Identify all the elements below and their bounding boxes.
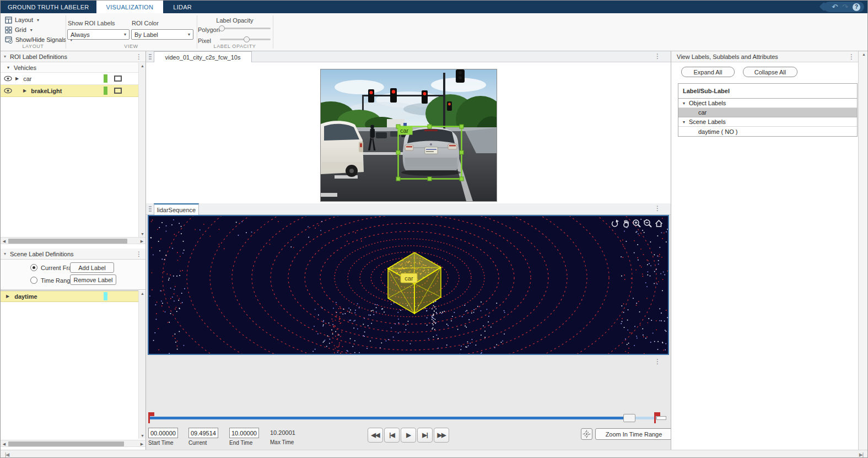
help-icon[interactable]: ?: [853, 3, 860, 11]
kebab-menu-icon[interactable]: ⋮: [654, 359, 661, 364]
show-roi-labels-dropdown[interactable]: Always▾: [67, 29, 130, 40]
pan-hand-icon[interactable]: [621, 219, 630, 228]
timeline-scrubber[interactable]: [148, 412, 665, 423]
zoom-range-icon-button[interactable]: [581, 428, 592, 440]
expanded-icon[interactable]: ▾: [683, 120, 685, 125]
expander-icon[interactable]: ▶: [6, 294, 9, 299]
roi-horizontal-scrollbar[interactable]: ◀ ▶: [1, 237, 145, 244]
roi-item-brakelight[interactable]: ▶ brakeLight: [1, 85, 138, 97]
next-frame-button[interactable]: ▶|: [417, 428, 433, 443]
scroll-thumb[interactable]: [8, 239, 127, 244]
right-vertical-scrollbar[interactable]: ▲: [858, 51, 868, 450]
end-time-input[interactable]: [229, 428, 259, 438]
scroll-down-icon[interactable]: ▼: [139, 434, 146, 438]
scroll-thumb[interactable]: [8, 441, 124, 446]
scroll-up-icon[interactable]: ▲: [860, 52, 867, 56]
scene-vertical-scrollbar[interactable]: ▲ ▼: [138, 290, 145, 439]
zoom-in-time-range-button[interactable]: Zoom In Time Range: [595, 428, 672, 440]
expander-icon[interactable]: ▶: [15, 76, 19, 81]
kebab-menu-icon[interactable]: ⋮: [136, 251, 142, 257]
time-range-radio[interactable]: Time Range: [30, 277, 74, 284]
show-hide-signals-button[interactable]: Show/Hide Signals▾: [5, 35, 72, 44]
collapse-icon[interactable]: ▾: [4, 54, 6, 59]
rewind-button[interactable]: ◀◀: [368, 428, 383, 443]
eye-icon[interactable]: [4, 88, 12, 94]
video-frame[interactable]: car: [320, 69, 497, 202]
show-roi-labels-label: Show ROI Labels: [68, 20, 115, 26]
add-label-button[interactable]: Add Label: [70, 262, 114, 273]
label-sublabel-table: Label/Sub-Label ▾ Object Labels car ▾ Sc…: [678, 83, 858, 137]
color-swatch[interactable]: [104, 292, 107, 300]
timeline-thumb[interactable]: [623, 414, 635, 422]
polygon-opacity-label: Polygon: [198, 26, 220, 33]
kebab-menu-icon[interactable]: ⋮: [136, 54, 142, 60]
grid-button[interactable]: Grid▾: [5, 25, 33, 34]
play-button[interactable]: ▶: [401, 428, 416, 443]
scroll-left-icon[interactable]: ◀: [1, 442, 8, 446]
scroll-up-icon[interactable]: ▲: [139, 292, 146, 295]
start-flag-marker[interactable]: [148, 412, 150, 423]
collapse-all-button[interactable]: Collapse All: [743, 67, 797, 77]
collapse-icon[interactable]: ▾: [4, 251, 6, 256]
table-row-car[interactable]: car: [678, 108, 857, 117]
chevron-down-icon: ▾: [37, 18, 39, 23]
kebab-menu-icon[interactable]: ⋮: [654, 53, 661, 59]
table-row-scene-labels[interactable]: ▾ Scene Labels: [678, 117, 857, 127]
layout-button-label: Layout: [15, 17, 33, 23]
collapse-left-icon[interactable]: |◀: [5, 452, 9, 457]
zoom-in-icon[interactable]: [632, 219, 641, 228]
current-time-input[interactable]: [188, 428, 218, 438]
color-swatch[interactable]: [104, 74, 107, 83]
video-tab[interactable]: video_01_city_c2s_fcw_10s: [154, 51, 252, 62]
collapse-right-icon[interactable]: ▶|: [859, 452, 863, 457]
scene-item-daytime[interactable]: ▶ daytime: [1, 290, 138, 302]
timeline-track[interactable]: [149, 417, 664, 419]
row-label: Scene Labels: [689, 118, 726, 125]
expanded-icon[interactable]: ▾: [683, 101, 685, 106]
scroll-right-icon[interactable]: ▶: [138, 239, 145, 244]
fast-forward-button[interactable]: ▶▶: [434, 428, 449, 443]
scroll-right-icon[interactable]: ▶: [138, 442, 145, 446]
lidar-sequence-tab[interactable]: lidarSequence: [154, 203, 199, 215]
kebab-menu-icon[interactable]: ⋮: [848, 54, 855, 60]
lidar-point-cloud-view[interactable]: car: [148, 215, 669, 355]
slider-thumb[interactable]: [219, 25, 225, 31]
polygon-opacity-slider[interactable]: [220, 25, 271, 31]
home-icon[interactable]: [654, 219, 664, 228]
layout-button[interactable]: Layout▾: [5, 15, 39, 24]
app-title-tab[interactable]: GROUND TRUTH LABELER: [1, 1, 96, 13]
drag-grip-icon[interactable]: [149, 54, 152, 60]
tab-visualization[interactable]: VISUALIZATION: [96, 1, 164, 13]
kebab-menu-icon[interactable]: ⋮: [654, 206, 661, 211]
zoom-out-icon[interactable]: [643, 219, 653, 228]
roi-item-car[interactable]: ▶ car: [1, 73, 138, 85]
pixel-opacity-slider[interactable]: [220, 36, 271, 42]
roi-vertical-scrollbar[interactable]: ▲ ▼: [138, 63, 145, 237]
eye-icon[interactable]: [4, 76, 12, 82]
expanded-icon[interactable]: ▾: [7, 65, 9, 70]
expander-icon[interactable]: ▶: [23, 88, 26, 93]
radio-icon[interactable]: [30, 264, 37, 271]
color-swatch[interactable]: [104, 87, 107, 95]
tab-lidar[interactable]: LIDAR: [163, 1, 202, 13]
scroll-down-icon[interactable]: ▼: [139, 232, 146, 236]
end-flag-marker[interactable]: [654, 412, 656, 423]
start-time-input[interactable]: [148, 428, 178, 438]
previous-frame-button[interactable]: |◀: [384, 428, 400, 443]
roi-color-dropdown[interactable]: By Label▾: [131, 29, 193, 40]
drag-grip-icon[interactable]: [149, 206, 152, 212]
scene-horizontal-scrollbar[interactable]: ◀ ▶: [1, 440, 145, 447]
undo-icon[interactable]: ↶: [832, 2, 838, 12]
rotate-icon[interactable]: [610, 219, 619, 228]
roi-group-row[interactable]: ▾ Vehicles: [1, 63, 138, 73]
scroll-up-icon[interactable]: ▲: [139, 64, 146, 68]
radio-icon[interactable]: [30, 277, 37, 284]
table-row-daytime[interactable]: daytime ( NO ): [678, 127, 857, 136]
redo-icon[interactable]: ↷: [842, 2, 848, 12]
slider-thumb[interactable]: [244, 36, 250, 42]
table-row-object-labels[interactable]: ▾ Object Labels: [678, 99, 857, 108]
scene-item-label: daytime: [14, 293, 37, 300]
scroll-left-icon[interactable]: ◀: [1, 239, 8, 244]
remove-label-button[interactable]: Remove Label: [70, 274, 116, 285]
expand-all-button[interactable]: Expand All: [681, 67, 735, 77]
